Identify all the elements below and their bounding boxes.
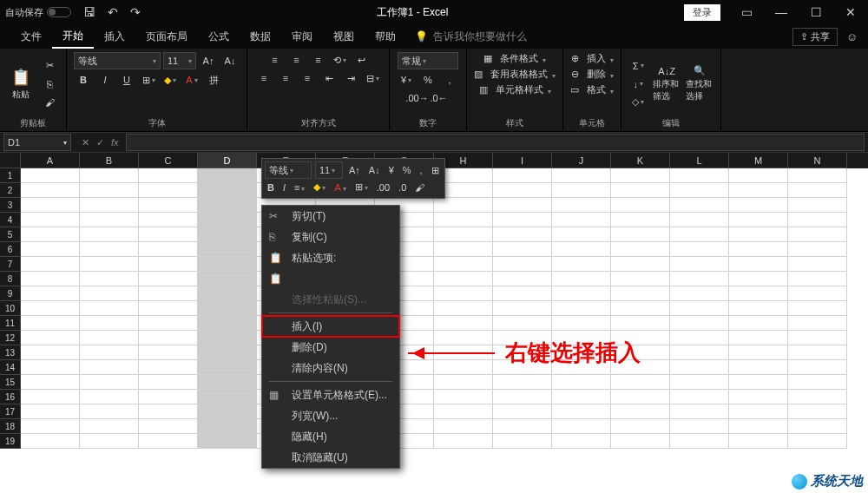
row-header[interactable]: 4 bbox=[0, 213, 21, 227]
column-header[interactable]: A bbox=[21, 153, 80, 168]
cell[interactable] bbox=[434, 419, 493, 434]
cell[interactable] bbox=[611, 419, 670, 434]
cell[interactable] bbox=[21, 404, 80, 419]
border-icon[interactable]: ⊞ bbox=[139, 72, 158, 88]
cell[interactable] bbox=[198, 213, 257, 227]
cell[interactable] bbox=[611, 242, 670, 257]
cell[interactable] bbox=[552, 301, 611, 316]
row-header[interactable]: 8 bbox=[0, 272, 21, 286]
cell[interactable] bbox=[198, 360, 257, 375]
cell[interactable] bbox=[493, 404, 552, 419]
fx-icon[interactable]: fx bbox=[111, 137, 119, 148]
mini-font-combo[interactable]: 等线 bbox=[265, 161, 312, 179]
align-middle-icon[interactable]: ≡ bbox=[287, 52, 306, 68]
row-header[interactable]: 2 bbox=[0, 183, 21, 198]
increase-decimal-icon[interactable]: .00→ bbox=[408, 90, 427, 106]
cell[interactable] bbox=[788, 213, 847, 227]
cell[interactable] bbox=[139, 301, 198, 316]
insert-cells-button[interactable]: ⊕ 插入 bbox=[571, 52, 614, 65]
row-header[interactable]: 5 bbox=[0, 227, 21, 242]
find-select-button[interactable]: 🔍 查找和选择 bbox=[686, 65, 713, 103]
cell[interactable] bbox=[729, 213, 788, 227]
mini-size-combo[interactable]: 11 bbox=[315, 161, 343, 179]
cell[interactable] bbox=[729, 316, 788, 331]
cell[interactable] bbox=[21, 168, 80, 183]
cell[interactable] bbox=[80, 168, 139, 183]
cell[interactable] bbox=[21, 434, 80, 449]
autosave-switch-icon[interactable] bbox=[47, 7, 71, 17]
column-header[interactable]: C bbox=[139, 153, 198, 168]
cell[interactable] bbox=[611, 375, 670, 390]
cell[interactable] bbox=[611, 434, 670, 449]
number-format-combo[interactable]: 常规 bbox=[398, 52, 458, 69]
cell[interactable] bbox=[434, 301, 493, 316]
cell[interactable] bbox=[788, 286, 847, 301]
cell[interactable] bbox=[729, 198, 788, 213]
cell[interactable] bbox=[198, 404, 257, 419]
smiley-icon[interactable]: ☺ bbox=[846, 30, 858, 43]
cell[interactable] bbox=[552, 257, 611, 272]
tab-home[interactable]: 开始 bbox=[52, 25, 94, 49]
cell[interactable] bbox=[21, 301, 80, 316]
column-header[interactable]: K bbox=[611, 153, 670, 168]
cell[interactable] bbox=[552, 286, 611, 301]
cell[interactable] bbox=[611, 286, 670, 301]
cell[interactable] bbox=[434, 375, 493, 390]
minimize-icon[interactable]: — bbox=[764, 5, 799, 19]
menu-format-cells[interactable]: ▦设置单元格格式(E)... bbox=[262, 385, 399, 405]
cell[interactable] bbox=[670, 272, 729, 286]
column-header[interactable]: N bbox=[788, 153, 847, 168]
menu-copy[interactable]: ⎘复制(C) bbox=[262, 227, 399, 247]
cell[interactable] bbox=[21, 198, 80, 213]
cell[interactable] bbox=[552, 213, 611, 227]
cell[interactable] bbox=[611, 198, 670, 213]
cell[interactable] bbox=[611, 183, 670, 198]
mini-border-icon[interactable]: ⊞ bbox=[429, 164, 442, 177]
cell[interactable] bbox=[80, 301, 139, 316]
cell[interactable] bbox=[198, 301, 257, 316]
cell[interactable] bbox=[139, 375, 198, 390]
mini-fill-color-icon[interactable]: ◆ bbox=[311, 181, 328, 194]
comma-icon[interactable]: , bbox=[440, 72, 459, 88]
cell[interactable] bbox=[611, 257, 670, 272]
cell[interactable] bbox=[493, 434, 552, 449]
row-header[interactable]: 9 bbox=[0, 286, 21, 301]
column-header[interactable]: J bbox=[552, 153, 611, 168]
cell[interactable] bbox=[198, 434, 257, 449]
cell[interactable] bbox=[788, 257, 847, 272]
cell[interactable] bbox=[198, 419, 257, 434]
cell[interactable] bbox=[80, 286, 139, 301]
close-icon[interactable]: ✕ bbox=[833, 5, 868, 19]
cell[interactable] bbox=[493, 242, 552, 257]
enter-formula-icon[interactable]: ✓ bbox=[96, 137, 104, 148]
row-header[interactable]: 18 bbox=[0, 419, 21, 434]
menu-cut[interactable]: ✂剪切(T) bbox=[262, 206, 399, 227]
cell[interactable] bbox=[198, 390, 257, 404]
cell[interactable] bbox=[729, 404, 788, 419]
save-icon[interactable]: 🖫 bbox=[83, 5, 95, 19]
row-header[interactable]: 12 bbox=[0, 331, 21, 345]
menu-unhide[interactable]: 取消隐藏(U) bbox=[262, 447, 399, 468]
align-right-icon[interactable]: ≡ bbox=[298, 70, 317, 86]
cell[interactable] bbox=[139, 404, 198, 419]
cell[interactable] bbox=[552, 419, 611, 434]
cell[interactable] bbox=[552, 390, 611, 404]
delete-cells-button[interactable]: ⊖ 删除 bbox=[571, 68, 614, 81]
cell[interactable] bbox=[788, 227, 847, 242]
tab-page-layout[interactable]: 页面布局 bbox=[135, 26, 198, 48]
cell-style-button[interactable]: ▥ 单元格样式 bbox=[479, 83, 551, 96]
cell[interactable] bbox=[80, 213, 139, 227]
cell[interactable] bbox=[729, 168, 788, 183]
cell[interactable] bbox=[729, 301, 788, 316]
tab-insert[interactable]: 插入 bbox=[94, 26, 135, 48]
cell[interactable] bbox=[670, 331, 729, 345]
cell[interactable] bbox=[21, 345, 80, 360]
cell[interactable] bbox=[139, 183, 198, 198]
cell[interactable] bbox=[139, 242, 198, 257]
copy-icon[interactable]: ⎘ bbox=[40, 76, 59, 92]
decrease-indent-icon[interactable]: ⇤ bbox=[319, 70, 339, 86]
ribbon-options-icon[interactable]: ▭ bbox=[729, 5, 764, 19]
cell[interactable] bbox=[788, 316, 847, 331]
undo-icon[interactable]: ↶ bbox=[108, 5, 118, 19]
font-name-combo[interactable]: 等线 bbox=[74, 52, 161, 69]
